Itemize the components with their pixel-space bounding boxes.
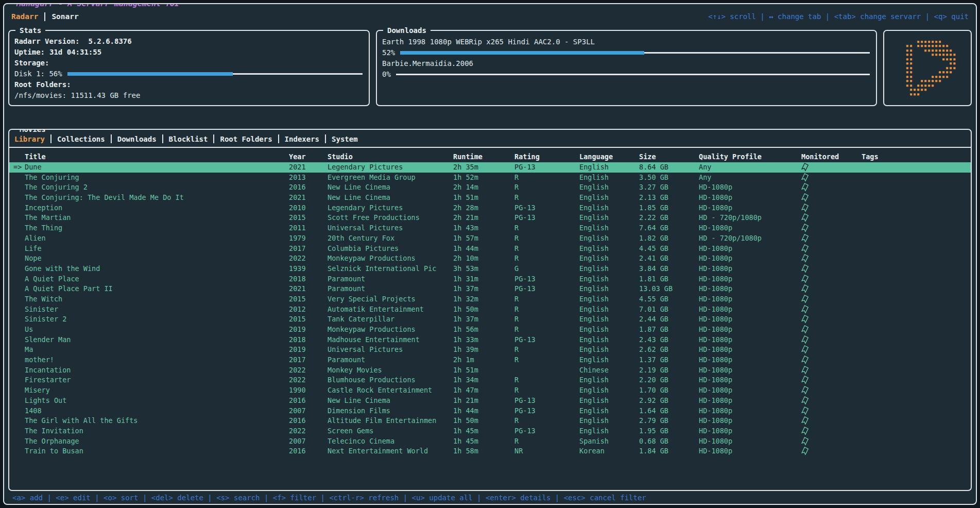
bookmark-icon [801, 213, 810, 223]
bookmark-icon [801, 244, 810, 253]
app-window: Managarr - A Servarr management TUI Rada… [3, 3, 977, 505]
table-row[interactable]: A Quiet Place2018Paramount1h 31mPG-13Eng… [9, 274, 971, 284]
cell-runtime: 1h 34m [453, 375, 514, 385]
cell-marker [9, 446, 25, 456]
cell-title: The Martian [25, 213, 289, 223]
cell-size: 2.41 GB [639, 253, 699, 264]
table-row[interactable]: Firestarter2022Blumhouse Productions1h 3… [9, 375, 971, 385]
cell-language: English [579, 294, 639, 304]
table-row[interactable]: Inception2010Legendary Pictures2h 28mPG-… [9, 203, 971, 213]
cell-language: English [579, 335, 639, 345]
cell-tags [862, 244, 971, 254]
cell-studio: Automatik Entertainment [328, 304, 453, 315]
table-row[interactable]: Us2019Monkeypaw Productions1h 56mREnglis… [9, 325, 971, 335]
cell-runtime: 1h 44m [453, 244, 514, 254]
cell-studio: Columbia Pictures [328, 244, 453, 254]
cell-marker [9, 314, 25, 325]
bookmark-icon [801, 182, 810, 192]
table-row[interactable]: =>Dune2021Legendary Pictures2h 35mPG-13E… [9, 162, 971, 173]
cell-year: 2015 [289, 314, 328, 325]
cell-quality-profile: HD-1080p [699, 365, 801, 376]
cell-monitored [801, 274, 862, 284]
cell-studio: Dimension Films [328, 406, 453, 416]
cell-size: 2.92 GB [639, 396, 699, 406]
cell-title: Slender Man [25, 335, 289, 345]
cell-title: Incantation [25, 365, 289, 376]
cell-monitored [801, 213, 862, 223]
cell-size: 3.84 GB [639, 264, 699, 274]
table-row[interactable]: The Witch2015Very Special Projects1h 32m… [9, 294, 971, 304]
table-row[interactable]: The Girl with All the Gifts2016Altitude … [9, 416, 971, 426]
table-row[interactable]: mother!2017Paramount2h 1mREnglish1.37 GB… [9, 355, 971, 365]
servarr-tab-sonarr[interactable]: Sonarr [51, 12, 78, 21]
cell-language: English [579, 274, 639, 284]
cell-title: Misery [25, 385, 289, 396]
cell-quality-profile: HD-1080p [699, 244, 801, 254]
table-row[interactable]: Sinister2012Automatik Entertainment1h 50… [9, 304, 971, 315]
movies-tab-blocklist[interactable]: Blocklist [169, 135, 208, 143]
movies-tab-indexers[interactable]: Indexers [285, 135, 319, 143]
cell-marker [9, 253, 25, 264]
cell-size: 7.64 GB [639, 223, 699, 233]
version-label: Radarr Version: [14, 36, 79, 47]
radarr-logo: ▪▪▪▪▪▪▪ ▪▪ ▪▪▪▪▪▪▪▪▪ ▪▪ ▪▪▪▪▪▪▪▪ ▪▪ ▪▪▪▪… [899, 40, 956, 97]
cell-monitored [801, 375, 862, 385]
table-row[interactable]: A Quiet Place Part II2021Paramount1h 37m… [9, 284, 971, 294]
table-row[interactable]: Gone with the Wind1939Selznick Internati… [9, 264, 971, 274]
table-row[interactable]: The Orphanage2007Telecinco Cinema1h 45mR… [9, 436, 971, 447]
cell-tags [862, 406, 971, 416]
movies-tabbar: LibraryCollectionsDownloadsBlocklistRoot… [9, 130, 971, 147]
movies-tab-root-folders[interactable]: Root Folders [220, 135, 272, 143]
movies-tab-downloads[interactable]: Downloads [117, 135, 157, 143]
cell-studio: Monkeypaw Productions [328, 253, 453, 264]
table-row[interactable]: 14082007Dimension Films1h 44mPG-13Englis… [9, 406, 971, 416]
bookmark-icon [801, 375, 810, 385]
cell-year: 2011 [289, 223, 328, 233]
table-row[interactable]: Slender Man2018Madhouse Entertainment1h … [9, 335, 971, 345]
table-row[interactable]: Incantation2022Monkey Movies1h 51mChines… [9, 365, 971, 376]
movie-table: =>Dune2021Legendary Pictures2h 35mPG-13E… [9, 162, 971, 490]
table-row[interactable]: The Conjuring2013Evergreen Media Group1h… [9, 173, 971, 183]
cell-monitored [801, 314, 862, 325]
top-help-item-separator: | [756, 12, 769, 21]
table-row[interactable]: Life2017Columbia Pictures1h 44mREnglish4… [9, 244, 971, 254]
cell-monitored [801, 406, 862, 416]
table-row[interactable]: Nope2022Monkeypaw Productions2h 10mREngl… [9, 253, 971, 264]
table-row[interactable]: Alien197920th Century Fox1h 57mREnglish1… [9, 233, 971, 244]
servarr-tab-radarr[interactable]: Radarr [11, 12, 38, 21]
help-item-separator: | [91, 494, 104, 502]
cell-size: 2.20 GB [639, 375, 699, 385]
table-row[interactable]: Train to Busan2016Next Entertainment Wor… [9, 446, 971, 456]
cell-studio: Tank Caterpillar [328, 314, 453, 325]
cell-monitored [801, 182, 862, 193]
table-row[interactable]: The Thing2011Universal Pictures1h 43mREn… [9, 223, 971, 233]
cell-rating: PG-13 [514, 284, 579, 294]
cell-year: 2019 [289, 345, 328, 355]
movies-tab-library[interactable]: Library [14, 135, 45, 143]
cell-studio: 20th Century Fox [328, 233, 453, 244]
table-row[interactable]: The Invitation2022Screen Gems1h 45mPG-13… [9, 426, 971, 436]
cell-monitored [801, 345, 862, 355]
table-row[interactable]: The Conjuring: The Devil Made Me Do It20… [9, 193, 971, 203]
table-row[interactable]: Lights Out2016New Line Cinema1h 21mPG-13… [9, 396, 971, 406]
cell-marker [9, 426, 25, 436]
top-help-bar: <↑↓> scroll | ↔ change tab | <tab> chang… [708, 12, 969, 21]
cell-monitored [801, 244, 862, 254]
cell-tags [862, 233, 971, 244]
table-row[interactable]: Sinister 22015Tank Caterpillar1h 37mREng… [9, 314, 971, 325]
table-row[interactable]: Ma2019Universal Pictures1h 39mREnglish2.… [9, 345, 971, 355]
movies-tab-system[interactable]: System [332, 135, 358, 143]
cell-studio: Very Special Projects [328, 294, 453, 304]
table-row[interactable]: The Martian2015Scott Free Productions2h … [9, 213, 971, 223]
cell-marker [9, 416, 25, 426]
movies-tab-collections[interactable]: Collections [57, 135, 105, 143]
help-item-update-all: <u> update all [412, 494, 473, 502]
help-item-separator: | [138, 494, 151, 502]
cell-rating: NR [514, 446, 579, 456]
cell-marker [9, 294, 25, 304]
cell-language: English [579, 264, 639, 274]
cell-tags [862, 375, 971, 385]
cell-marker [9, 436, 25, 447]
table-row[interactable]: Misery1990Castle Rock Entertainment1h 47… [9, 385, 971, 396]
table-row[interactable]: The Conjuring 22016New Line Cinema2h 14m… [9, 182, 971, 193]
